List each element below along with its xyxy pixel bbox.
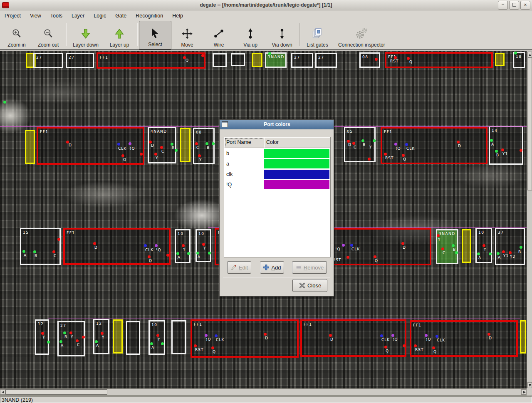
port-dot-green[interactable] [22, 250, 25, 253]
port-dot-red[interactable] [101, 332, 104, 335]
port-dot-purple[interactable] [129, 142, 131, 145]
gate-box-27[interactable]: 27 [33, 53, 63, 68]
port-dot-red[interactable] [487, 333, 490, 336]
gate-box-18[interactable]: 18 [513, 52, 525, 68]
menu-item-layer[interactable]: Layer [67, 11, 89, 20]
port-dot-green[interactable] [490, 139, 493, 142]
port-dot-green[interactable] [95, 340, 98, 343]
connection-inspector-button[interactable]: Connection inspector [333, 21, 390, 49]
port-dot-blue[interactable] [405, 143, 408, 146]
minimize-icon[interactable]: − [498, 1, 508, 10]
select-button[interactable]: Select [139, 21, 171, 49]
port-dot-green[interactable] [205, 142, 208, 145]
gate-box[interactable] [180, 128, 191, 162]
titlebar[interactable]: degate -- [/home/martin/degate/trunk/leg… [0, 0, 532, 10]
menu-item-logic[interactable]: Logic [89, 11, 111, 20]
gate-box-12[interactable]: 12 [35, 319, 49, 355]
port-dot-red[interactable] [509, 251, 512, 254]
port-dot-red[interactable] [201, 54, 204, 57]
port-dot-green[interactable] [196, 252, 199, 255]
gate-box-ff1[interactable]: FF1 [300, 319, 406, 357]
port-dot-red[interactable] [384, 153, 387, 156]
menu-item-gate[interactable]: Gate [111, 11, 131, 20]
port-dot-red[interactable] [520, 149, 522, 152]
port-dot-green[interactable] [150, 342, 153, 345]
port-dot-green[interactable] [495, 150, 498, 153]
port-dot-purple[interactable] [342, 244, 345, 247]
port-dot-blue[interactable] [215, 334, 218, 337]
gate-box-ff1[interactable]: FF1 [37, 127, 144, 165]
port-dot-red[interactable] [457, 141, 460, 143]
port-dot-green[interactable] [497, 252, 500, 255]
port-color-swatch[interactable] [264, 149, 329, 158]
menu-item-help[interactable]: Help [168, 11, 188, 20]
port-dot-green[interactable] [171, 143, 173, 146]
port-dot-green[interactable] [268, 52, 271, 55]
port-dot-red[interactable] [211, 346, 214, 349]
port-dot-green[interactable] [514, 52, 517, 54]
port-dot-red[interactable] [368, 158, 371, 161]
port-dot-red[interactable] [352, 142, 355, 145]
port-dot-green[interactable] [361, 139, 364, 142]
port-color-row[interactable]: clk [224, 169, 330, 179]
port-dot-red[interactable] [198, 154, 201, 157]
gate-box[interactable] [252, 53, 262, 67]
vertical-scroll-thumb[interactable] [527, 57, 532, 190]
menu-item-project[interactable]: Project [0, 11, 25, 20]
port-dot-green[interactable] [63, 331, 66, 334]
gate-box-10[interactable]: 10 [148, 320, 165, 355]
port-dot-red[interactable] [374, 255, 376, 258]
port-dot-red[interactable] [501, 148, 504, 151]
close-button[interactable]: Close [292, 279, 327, 292]
port-dot-red[interactable] [149, 141, 152, 143]
move-button[interactable]: Move [171, 21, 203, 49]
layer-up-button[interactable]: Layer up [104, 21, 135, 49]
port-dot-red[interactable] [93, 242, 96, 245]
port-dot-red[interactable] [194, 344, 197, 347]
gate-box[interactable] [213, 53, 227, 67]
horizontal-scrollbar[interactable] [0, 388, 527, 396]
gate-box-27[interactable]: 27 [315, 53, 337, 68]
port-dot-red[interactable] [441, 247, 444, 250]
port-dot-red[interactable] [502, 250, 505, 253]
wire-button[interactable]: Wire [203, 21, 235, 49]
gate-box[interactable] [113, 319, 123, 354]
port-dot-purple[interactable] [205, 334, 208, 337]
gate-box-27[interactable]: 27 [66, 53, 94, 68]
scroll-left-icon[interactable] [0, 389, 5, 395]
port-dot-red[interactable] [121, 154, 124, 157]
gate-box-ff1[interactable]: FF1 [385, 52, 493, 68]
gate-box-3nand[interactable]: 3NAND [265, 52, 287, 68]
port-dot-red[interactable] [52, 250, 55, 253]
port-dot-green[interactable] [455, 251, 458, 254]
port-dot-red[interactable] [41, 332, 44, 335]
port-dot-red[interactable] [202, 243, 205, 246]
port-dot-red[interactable] [182, 244, 185, 247]
menu-item-recognition[interactable]: Recognition [131, 11, 168, 20]
port-dot-green[interactable] [208, 252, 211, 255]
port-color-row[interactable]: !Q [224, 179, 330, 190]
horizontal-scroll-thumb[interactable] [5, 389, 107, 395]
port-dot-red[interactable] [69, 331, 72, 334]
via-down-button[interactable]: Via down [266, 21, 298, 49]
port-dot-green[interactable] [477, 252, 480, 255]
port-color-swatch[interactable] [264, 170, 329, 179]
port-dot-red[interactable] [384, 346, 387, 349]
port-dot-green[interactable] [520, 246, 522, 249]
port-dot-purple[interactable] [155, 244, 158, 247]
port-dot-blue[interactable] [117, 143, 120, 146]
port-dot-red[interactable] [140, 153, 143, 156]
zoom-in-button[interactable]: Zoom in [1, 21, 32, 49]
port-dot-red[interactable] [329, 334, 332, 337]
port-dot-red[interactable] [160, 146, 163, 149]
port-dot-red[interactable] [195, 142, 198, 145]
port-dot-red[interactable] [166, 254, 169, 257]
port-dot-blue[interactable] [144, 244, 147, 247]
gate-box-15[interactable]: 15 [20, 228, 61, 265]
via-up-button[interactable]: Via up [235, 21, 266, 49]
wire-annotation[interactable] [48, 319, 520, 319]
gate-box[interactable] [462, 229, 471, 263]
edit-button[interactable]: Edit [227, 261, 251, 274]
port-dot-blue[interactable] [380, 334, 383, 337]
port-dot-red[interactable] [148, 255, 151, 258]
